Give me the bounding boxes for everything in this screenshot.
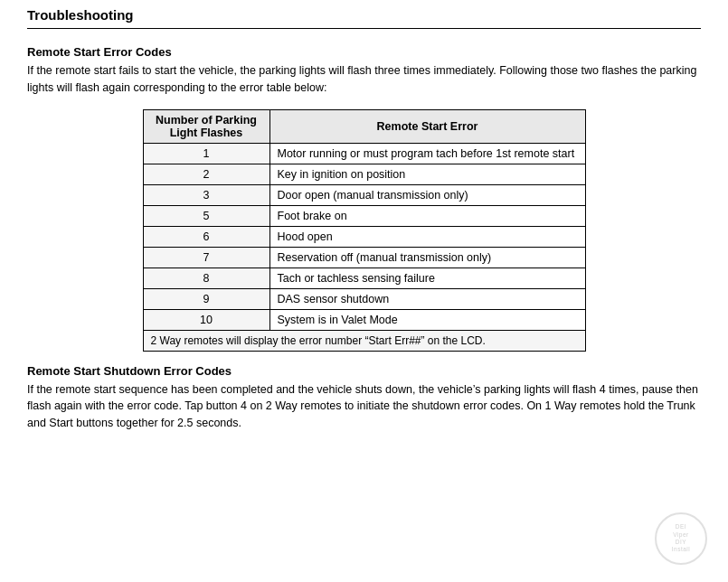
- section2-title: Remote Start Shutdown Error Codes: [27, 364, 701, 378]
- error-code-table: Number of Parking Light Flashes Remote S…: [143, 109, 586, 352]
- error-description: Tach or tachless sensing failure: [269, 268, 585, 288]
- error-description: Motor running or must program tach befor…: [269, 143, 585, 164]
- error-description: Foot brake on: [269, 205, 585, 226]
- watermark-text: DEIViperDIYInstall: [668, 520, 694, 558]
- flash-number: 6: [143, 226, 269, 247]
- table-row: 9DAS sensor shutdown: [143, 288, 585, 309]
- col1-header: Number of Parking Light Flashes: [143, 109, 269, 143]
- watermark-circle: DEIViperDIYInstall: [655, 512, 707, 565]
- table-row: 10System is in Valet Mode: [143, 309, 585, 330]
- error-description: Reservation off (manual transmission onl…: [269, 247, 585, 268]
- table-row: 8Tach or tachless sensing failure: [143, 268, 585, 288]
- section1-intro: If the remote start fails to start the v…: [27, 62, 701, 97]
- flash-number: 8: [143, 268, 269, 288]
- watermark: DEIViperDIYInstall: [654, 512, 708, 566]
- page-container: Troubleshooting Remote Start Error Codes…: [0, 0, 728, 582]
- error-description: Door open (manual transmission only): [269, 184, 585, 205]
- flash-number: 2: [143, 164, 269, 184]
- page-title: Troubleshooting: [27, 7, 701, 29]
- section-remote-start-error: Remote Start Error Codes If the remote s…: [27, 45, 701, 352]
- flash-number: 3: [143, 184, 269, 205]
- error-description: System is in Valet Mode: [269, 309, 585, 330]
- flash-number: 7: [143, 247, 269, 268]
- table-footer: 2 Way remotes will display the error num…: [143, 330, 585, 351]
- table-row: 6Hood open: [143, 226, 585, 247]
- table-row: 5Foot brake on: [143, 205, 585, 226]
- flash-number: 1: [143, 143, 269, 164]
- flash-number: 10: [143, 309, 269, 330]
- error-description: DAS sensor shutdown: [269, 288, 585, 309]
- flash-number: 9: [143, 288, 269, 309]
- flash-number: 5: [143, 205, 269, 226]
- section-shutdown-error: Remote Start Shutdown Error Codes If the…: [27, 364, 701, 432]
- table-row: 7Reservation off (manual transmission on…: [143, 247, 585, 268]
- table-row: 3Door open (manual transmission only): [143, 184, 585, 205]
- col2-header: Remote Start Error: [269, 109, 585, 143]
- error-description: Key in ignition on position: [269, 164, 585, 184]
- error-description: Hood open: [269, 226, 585, 247]
- table-row: 2Key in ignition on position: [143, 164, 585, 184]
- table-row: 1Motor running or must program tach befo…: [143, 143, 585, 164]
- section2-text: If the remote start sequence has been co…: [27, 381, 701, 432]
- section1-title: Remote Start Error Codes: [27, 45, 701, 59]
